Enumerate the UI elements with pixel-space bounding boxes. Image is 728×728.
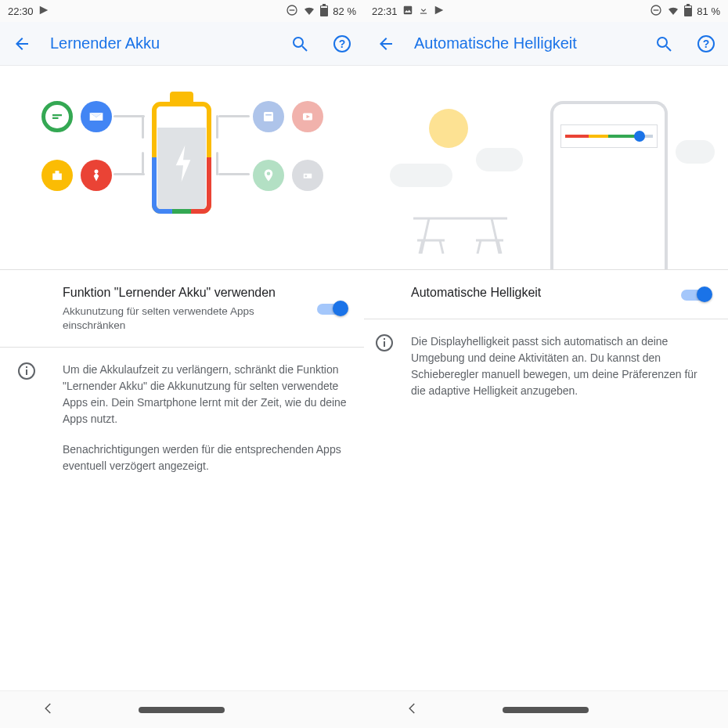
nav-bar xyxy=(0,690,364,728)
status-time: 22:30 xyxy=(8,5,34,17)
status-battery-pct: 81 % xyxy=(697,5,720,17)
svg-rect-4 xyxy=(321,6,327,8)
info-paragraph-1: Die Displayhelligkeit passt sich automat… xyxy=(411,333,712,399)
svg-rect-16 xyxy=(265,114,272,116)
svg-line-37 xyxy=(492,218,499,254)
setting-adaptive-battery-toggle-row[interactable]: Funktion "Lernender Akku" verwenden Akku… xyxy=(0,270,364,347)
svg-line-42 xyxy=(478,240,481,254)
screen-adaptive-brightness: 22:31 xyxy=(364,0,728,728)
info-paragraph-2: Benachrichtigungen werden für die entspr… xyxy=(63,441,348,474)
svg-rect-9 xyxy=(52,114,62,116)
svg-text:?: ? xyxy=(703,38,710,50)
illustration-brightness xyxy=(364,66,728,269)
wifi-icon xyxy=(667,4,679,19)
svg-point-44 xyxy=(637,134,642,139)
setting-adaptive-brightness-toggle-row[interactable]: Automatische Helligkeit xyxy=(364,270,728,319)
svg-rect-11 xyxy=(52,174,62,180)
svg-point-5 xyxy=(294,38,303,47)
nav-back-button[interactable] xyxy=(405,701,420,719)
nav-home-button[interactable] xyxy=(139,707,225,713)
toggle-switch[interactable] xyxy=(681,285,712,304)
image-icon xyxy=(402,5,413,18)
battery-icon xyxy=(320,4,328,19)
toggle-switch[interactable] xyxy=(317,299,348,318)
status-bar: 22:30 82 % xyxy=(0,0,364,22)
svg-point-18 xyxy=(266,172,270,176)
svg-point-20 xyxy=(305,175,307,177)
illustration-battery xyxy=(0,66,364,269)
back-button[interactable] xyxy=(372,30,400,58)
svg-rect-3 xyxy=(323,4,326,5)
help-button[interactable]: ? xyxy=(692,30,720,58)
svg-rect-51 xyxy=(384,338,385,340)
nav-home-button[interactable] xyxy=(503,707,589,713)
play-icon xyxy=(434,5,445,18)
svg-rect-24 xyxy=(403,5,412,14)
svg-line-32 xyxy=(666,46,671,51)
info-paragraph-1: Um die Akkulaufzeit zu verlängern, schrä… xyxy=(63,362,348,427)
svg-line-40 xyxy=(440,240,443,254)
search-button[interactable] xyxy=(286,30,314,58)
page-title: Lernender Akku xyxy=(50,34,272,52)
svg-rect-10 xyxy=(52,117,59,119)
nav-back-button[interactable] xyxy=(41,701,56,719)
setting-title: Funktion "Lernender Akku" verwenden xyxy=(63,284,301,301)
setting-subtitle: Akkunutzung für selten verwendete Apps e… xyxy=(63,305,301,333)
info-icon xyxy=(17,362,36,380)
status-time: 22:31 xyxy=(372,5,398,17)
battery-icon xyxy=(684,4,692,19)
setting-title: Automatische Helligkeit xyxy=(411,284,665,301)
svg-rect-12 xyxy=(55,171,59,174)
info-block: Die Displayhelligkeit passt sich automat… xyxy=(364,319,728,413)
dnd-icon xyxy=(650,4,662,19)
svg-rect-50 xyxy=(384,341,385,347)
svg-line-6 xyxy=(302,46,307,51)
svg-text:?: ? xyxy=(339,38,346,50)
info-block: Um die Akkulaufzeit zu verlängern, schrä… xyxy=(0,348,364,488)
app-bar: Automatische Helligkeit ? xyxy=(364,22,728,66)
status-bar: 22:31 xyxy=(364,0,728,22)
svg-line-36 xyxy=(421,218,429,254)
page-title: Automatische Helligkeit xyxy=(414,34,636,52)
info-icon xyxy=(375,333,394,352)
play-icon xyxy=(38,5,49,18)
svg-rect-29 xyxy=(687,4,690,5)
svg-rect-25 xyxy=(420,13,426,13)
back-button[interactable] xyxy=(8,30,36,58)
app-bar: Lernender Akku ? xyxy=(0,22,364,66)
svg-rect-23 xyxy=(26,366,27,368)
status-battery-pct: 82 % xyxy=(333,5,356,17)
nav-bar xyxy=(364,690,728,728)
wifi-icon xyxy=(303,4,315,19)
screen-adaptive-battery: 22:30 82 % Lern xyxy=(0,0,364,728)
svg-rect-22 xyxy=(26,369,27,375)
search-button[interactable] xyxy=(650,30,678,58)
svg-rect-30 xyxy=(685,6,691,8)
download-icon xyxy=(418,5,429,18)
help-button[interactable]: ? xyxy=(328,30,356,58)
dnd-icon xyxy=(286,4,298,19)
svg-point-31 xyxy=(658,38,667,47)
svg-rect-15 xyxy=(264,112,273,121)
